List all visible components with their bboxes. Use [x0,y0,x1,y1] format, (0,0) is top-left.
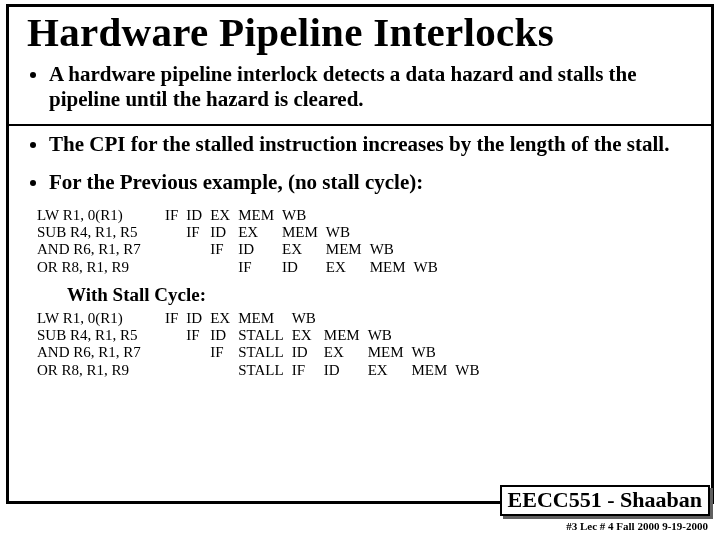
stage-cell: IF [186,327,210,344]
stage-cell: IF [292,362,324,379]
pipeline-table-nostall: LW R1, 0(R1) IF ID EX MEM WB SUB R4, R1,… [37,207,446,276]
instr-cell: AND R6, R1, R7 [37,241,165,258]
stage-cell [165,327,186,344]
stage-cell [210,362,238,379]
stage-cell: IF [165,207,186,224]
page-title: Hardware Pipeline Interlocks [27,7,697,56]
stage-cell: EX [324,344,368,361]
stage-cell: MEM [326,241,370,258]
table-row: LW R1, 0(R1) IF ID EX MEM WB [37,310,488,327]
stage-cell: MEM [412,362,456,379]
stage-cell: IF [210,241,238,258]
stage-cell: ID [186,207,210,224]
stage-cell: ID [210,327,238,344]
stage-cell: ID [292,344,324,361]
stage-cell [186,259,210,276]
divider [9,124,711,126]
stage-cell [186,241,210,258]
stage-cell [165,241,186,258]
table-row: LW R1, 0(R1) IF ID EX MEM WB [37,207,446,224]
stage-cell [165,224,186,241]
stage-cell: ID [238,241,282,258]
bullet-list: A hardware pipeline interlock detects a … [27,62,697,112]
subheading-stall: With Stall Cycle: [67,284,697,306]
table-row: OR R8, R1, R9 STALL IF ID EX MEM WB [37,362,488,379]
stage-cell: MEM [238,310,291,327]
stage-cell [455,327,487,344]
stage-cell: IF [186,224,210,241]
stage-cell: IF [210,344,238,361]
stage-cell [455,310,487,327]
stage-cell [165,344,186,361]
slide: Hardware Pipeline Interlocks A hardware … [0,0,720,540]
stage-cell: WB [368,327,412,344]
bullet-list: The CPI for the stalled instruction incr… [27,132,697,194]
stage-cell [165,362,186,379]
stage-cell: EX [368,362,412,379]
stage-cell [414,241,446,258]
stage-cell: ID [324,362,368,379]
stage-cell [370,207,414,224]
stage-cell [414,207,446,224]
stage-cell: EX [326,259,370,276]
stage-cell: IF [165,310,186,327]
stage-cell: STALL [238,327,291,344]
stage-cell: ID [282,259,326,276]
stage-cell: EX [282,241,326,258]
stage-cell [412,327,456,344]
stage-cell [324,310,368,327]
instr-cell: AND R6, R1, R7 [37,344,165,361]
stage-cell [412,310,456,327]
stage-cell [186,344,210,361]
stage-cell: STALL [238,344,291,361]
stage-cell: MEM [368,344,412,361]
stage-cell: WB [414,259,446,276]
stage-cell [455,344,487,361]
stage-cell: MEM [324,327,368,344]
table-row: SUB R4, R1, R5 IF ID STALL EX MEM WB [37,327,488,344]
stage-cell [370,224,414,241]
stage-cell: ID [186,310,210,327]
stage-cell: EX [210,207,238,224]
stage-cell [326,207,370,224]
table-row: AND R6, R1, R7 IF ID EX MEM WB [37,241,446,258]
stage-cell: WB [292,310,324,327]
stage-cell: MEM [370,259,414,276]
table-row: SUB R4, R1, R5 IF ID EX MEM WB [37,224,446,241]
stage-cell: EX [238,224,282,241]
stage-cell [186,362,210,379]
instr-cell: SUB R4, R1, R5 [37,224,165,241]
stage-cell: WB [282,207,326,224]
instr-cell: OR R8, R1, R9 [37,362,165,379]
pipeline-table-stall: LW R1, 0(R1) IF ID EX MEM WB SUB R4, R1,… [37,310,488,379]
instr-cell: LW R1, 0(R1) [37,207,165,224]
stage-cell: STALL [238,362,291,379]
bullet-item: The CPI for the stalled instruction incr… [49,132,697,157]
footer-lecture-info: #3 Lec # 4 Fall 2000 9-19-2000 [566,520,708,532]
bullet-item: A hardware pipeline interlock detects a … [49,62,697,112]
stage-cell: EX [210,310,238,327]
table-row: OR R8, R1, R9 IF ID EX MEM WB [37,259,446,276]
stage-cell: MEM [282,224,326,241]
stage-cell: WB [455,362,487,379]
footer-course-box: EECC551 - Shaaban [500,485,710,516]
stage-cell [210,259,238,276]
stage-cell [414,224,446,241]
bullet-item: For the Previous example, (no stall cycl… [49,170,697,195]
instr-cell: SUB R4, R1, R5 [37,327,165,344]
stage-cell: EX [292,327,324,344]
table-row: AND R6, R1, R7 IF STALL ID EX MEM WB [37,344,488,361]
stage-cell: WB [370,241,414,258]
stage-cell: WB [326,224,370,241]
stage-cell: WB [412,344,456,361]
stage-cell [368,310,412,327]
instr-cell: OR R8, R1, R9 [37,259,165,276]
stage-cell [165,259,186,276]
instr-cell: LW R1, 0(R1) [37,310,165,327]
stage-cell: MEM [238,207,282,224]
slide-frame: Hardware Pipeline Interlocks A hardware … [6,4,714,504]
stage-cell: IF [238,259,282,276]
stage-cell: ID [210,224,238,241]
